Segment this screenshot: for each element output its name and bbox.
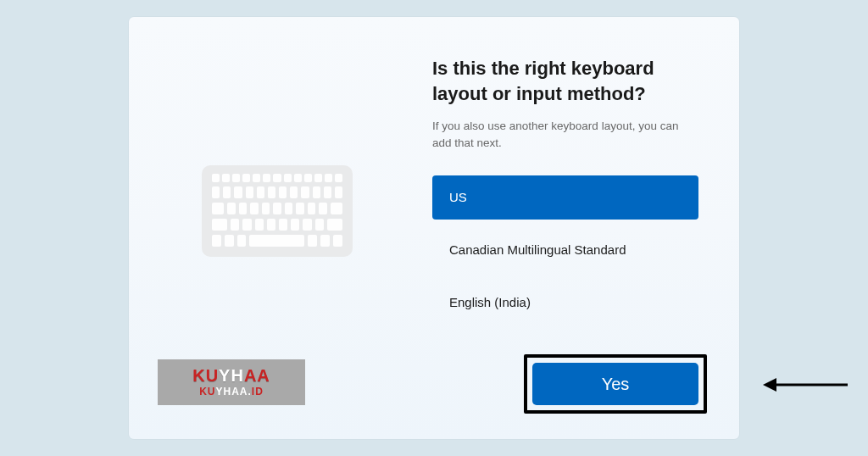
watermark-badge: KUYHAA KUYHAA.ID [158,359,305,405]
yes-button-highlight: Yes [524,354,707,414]
layout-option-canadian[interactable]: Canadian Multilingual Standard [432,228,698,272]
oobe-dialog: KUYHAA KUYHAA.ID Is this the right keybo… [129,17,739,439]
svg-marker-1 [763,378,776,392]
content-pane: Is this the right keyboard layout or inp… [426,17,739,439]
watermark-top: KUYHAA [192,367,270,384]
page-subtitle: If you also use another keyboard layout,… [432,118,698,151]
keyboard-icon [202,165,353,257]
layout-label: English (India) [449,295,531,309]
layout-label: Canadian Multilingual Standard [449,242,626,257]
layout-label: US [449,190,467,204]
layout-option-us[interactable]: US [432,175,698,220]
annotation-box: Yes [524,354,707,414]
watermark-bottom: KUYHAA.ID [199,386,264,398]
yes-button-label: Yes [602,375,630,394]
page-title: Is this the right keyboard layout or inp… [432,56,695,106]
layout-option-english-india[interactable]: English (India) [432,281,698,325]
illustration-pane: KUYHAA KUYHAA.ID [129,17,426,439]
annotation-arrow-icon [763,375,848,395]
keyboard-layout-list: US Canadian Multilingual Standard Englis… [432,175,698,325]
yes-button[interactable]: Yes [532,363,698,405]
